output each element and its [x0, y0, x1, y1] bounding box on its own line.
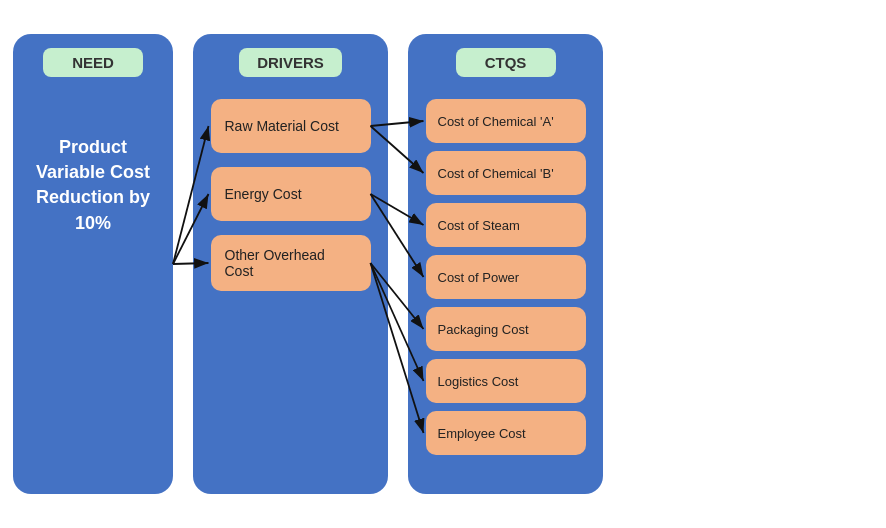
ctq-chemical-b: Cost of Chemical 'B': [426, 151, 586, 195]
need-header: NEED: [43, 48, 143, 77]
ctq-chemical-a: Cost of Chemical 'A': [426, 99, 586, 143]
ctq-steam: Cost of Steam: [426, 203, 586, 247]
driver-raw-material: Raw Material Cost: [211, 99, 371, 153]
ctq-power: Cost of Power: [426, 255, 586, 299]
drivers-header: DRIVERS: [239, 48, 342, 77]
ctqs-column: CTQS Cost of Chemical 'A' Cost of Chemic…: [408, 34, 603, 494]
ctq-employee: Employee Cost: [426, 411, 586, 455]
driver-overhead: Other Overhead Cost: [211, 235, 371, 291]
ctq-packaging: Packaging Cost: [426, 307, 586, 351]
diagram: NEED Product Variable Cost Reduction by …: [13, 19, 873, 509]
need-column: NEED Product Variable Cost Reduction by …: [13, 34, 173, 494]
ctq-logistics: Logistics Cost: [426, 359, 586, 403]
ctqs-list: Cost of Chemical 'A' Cost of Chemical 'B…: [418, 99, 593, 463]
driver-energy: Energy Cost: [211, 167, 371, 221]
need-content: Product Variable Cost Reduction by 10%: [23, 135, 163, 236]
ctqs-header: CTQS: [456, 48, 556, 77]
drivers-column: DRIVERS Raw Material Cost Energy Cost Ot…: [193, 34, 388, 494]
drivers-list: Raw Material Cost Energy Cost Other Over…: [203, 99, 378, 305]
